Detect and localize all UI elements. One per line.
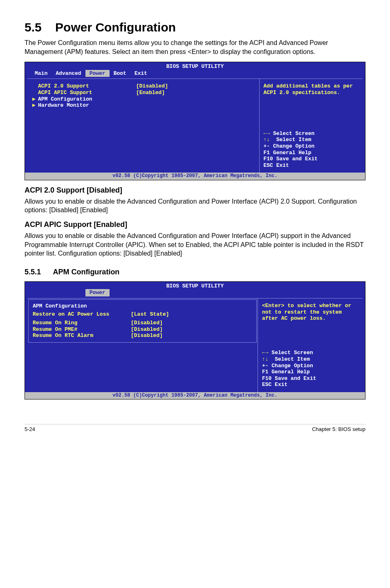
arrows-lr-icon: ←→ (262, 350, 269, 356)
arrows-ud-icon: ↑↓ (262, 356, 269, 362)
legend-line: +- Change Option (262, 363, 359, 369)
bios-row: ACPI APIC Support [Enabled] (32, 90, 254, 96)
bios-row: Restore on AC Power Loss [Last State] (33, 311, 252, 318)
bios-screenshot-apm: BIOS SETUP UTILITY Main Advanced Power A… (25, 281, 365, 400)
bios-help-panel: <Enter> to select whether or not to rest… (258, 298, 363, 392)
bios-item-label: ACPI APIC Support (38, 90, 136, 96)
bios-left-panel: APM Configuration Restore on AC Power Lo… (27, 298, 258, 392)
bios-tab-bar: Main Advanced Power Boot Exit (25, 70, 365, 79)
bios-row: Resume On RTC Alarm [Disabled] (33, 332, 252, 339)
bios-item-value: [Disabled] (131, 332, 163, 339)
spacer (32, 90, 38, 96)
page-footer: 5-24 Chapter 5: BIOS setup (25, 426, 365, 444)
subsection-number: 5.5.1 (25, 268, 41, 276)
submenu-arrow-icon: ▶ (32, 102, 38, 109)
bios-item-label: APM Configuration (38, 96, 136, 103)
bios-tab-bar: Main Advanced Power (25, 289, 365, 298)
legend-line: Select Item (276, 137, 312, 143)
bios-subtitle: APM Configuration (33, 303, 252, 310)
section-number: 5.5 (25, 20, 42, 34)
legend-line: F10 Save and Exit (262, 375, 359, 382)
section-title: 5.5 Power Configuration (25, 20, 365, 34)
bios-tab-power: Power (85, 70, 110, 77)
bios-tab-main: Main (31, 70, 52, 77)
bios-item-value: [Disabled] (131, 320, 163, 326)
bios-key-legend: ←→ Select Screen ↑↓ Select Item +- Chang… (262, 350, 359, 388)
legend-line: +- Change Option (264, 143, 359, 150)
bios-item-value: [Enabled] (136, 90, 165, 96)
legend-line: F10 Save and Exit (264, 156, 359, 162)
legend-line: F1 General Help (264, 150, 359, 156)
bios-row: Resume On PME# [Disabled] (33, 326, 252, 333)
footer-rule (25, 424, 365, 424)
bios-key-legend: ←→ Select Screen ↑↓ Select Item +- Chang… (264, 130, 359, 169)
legend-line: ESC Exit (264, 162, 359, 169)
bios-row: ▶ APM Configuration (32, 96, 254, 103)
bios-item-label: Hardware Monitor (38, 102, 136, 109)
bios-row: ▶ Hardware Monitor (32, 102, 254, 109)
bios-item-label: Resume On Ring (33, 320, 131, 326)
legend-line: Select Item (275, 356, 310, 362)
bios-title: BIOS SETUP UTILITY (25, 282, 365, 290)
bios-item-value: [Last State] (131, 311, 169, 318)
submenu-arrow-icon: ▶ (32, 96, 38, 103)
bios-screenshot-power: BIOS SETUP UTILITY Main Advanced Power B… (25, 62, 365, 180)
arrows-ud-icon: ↑↓ (264, 137, 270, 143)
legend-line: Select Screen (273, 130, 314, 137)
legend-line: Select Screen (271, 350, 313, 356)
bios-item-value: [Disabled] (131, 326, 163, 333)
bios-tab-exit: Exit (130, 70, 151, 77)
subheading-acpi20: ACPI 2.0 Support [Disabled] (25, 186, 365, 195)
bios-left-panel: ACPI 2.0 Support [Disabled] ACPI APIC Su… (27, 79, 260, 173)
bios-help-panel: Add additional tables as per ACPI 2.0 sp… (260, 79, 363, 173)
bios-item-label: ACPI 2.0 Support (38, 83, 136, 90)
bios-help-text: <Enter> to select whether or not to rest… (262, 303, 359, 322)
bios-tab-advanced: Advanced (52, 70, 85, 77)
subsection-title: 5.5.1 APM Configuration (25, 268, 365, 276)
bios-help-text: Add additional tables as per ACPI 2.0 sp… (264, 83, 359, 96)
section-name: Power Configuration (55, 20, 176, 34)
bios-item-label: Resume On PME# (33, 326, 131, 333)
bios-tab-boot: Boot (110, 70, 130, 77)
arrows-lr-icon: ←→ (264, 130, 270, 137)
bios-footer: v02.58 (C)Copyright 1985-2007, American … (25, 392, 365, 399)
legend-line: ESC Exit (262, 382, 359, 388)
subsection-name: APM Configuration (53, 268, 119, 276)
bios-row: Resume On Ring [Disabled] (33, 320, 252, 326)
bios-footer: v02.58 (C)Copyright 1985-2007, American … (25, 173, 365, 180)
paragraph-acpiapic: Allows you to enable or disable the Adva… (25, 231, 365, 258)
bios-item-label: Resume On RTC Alarm (33, 332, 131, 339)
bios-row: ACPI 2.0 Support [Disabled] (32, 83, 254, 90)
spacer (32, 83, 38, 90)
legend-line: F1 General Help (262, 369, 359, 375)
page-number: 5-24 (25, 426, 35, 432)
section-intro: The Power Configuration menu items allow… (25, 38, 365, 56)
bios-item-label: Restore on AC Power Loss (33, 311, 131, 318)
bios-item-value: [Disabled] (136, 83, 168, 90)
bios-tab-power: Power (85, 289, 110, 296)
bios-title: BIOS SETUP UTILITY (25, 62, 365, 70)
subheading-acpiapic: ACPI APIC Support [Enabled] (25, 220, 365, 229)
paragraph-acpi20: Allows you to enable or disable the Adva… (25, 197, 365, 215)
chapter-label: Chapter 5: BIOS setup (312, 426, 365, 432)
